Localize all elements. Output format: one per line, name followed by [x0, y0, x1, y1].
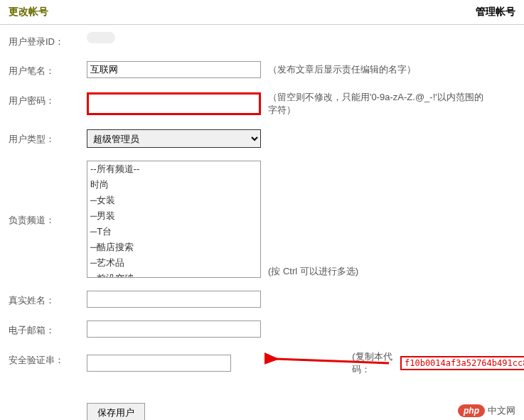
- password-row: 用户密码： （留空则不修改，只能用'0-9a-zA-Z.@_-!'以内范围的字符…: [9, 91, 515, 117]
- watermark: php 中文网: [458, 404, 515, 417]
- php-badge-icon: php: [458, 404, 485, 417]
- page-title: 更改帐号: [9, 6, 48, 18]
- security-code: f10b0014af3a52764b491cc8: [400, 356, 524, 370]
- account-form: 用户登录ID： 用户笔名： （发布文章后显示责任编辑的名字） 用户密码： （留空…: [0, 25, 524, 420]
- password-label: 用户密码：: [9, 91, 87, 107]
- page-header: 更改帐号 管理帐号: [0, 0, 524, 25]
- nickname-input[interactable]: [87, 61, 261, 78]
- nickname-hint: （发布文章后显示责任编辑的名字）: [268, 63, 416, 76]
- channels-multi-select[interactable]: --所有频道-- 时尚 ─女装 ─男装 ─T台 ─酷店搜索 ─艺术品 ─前沿突破…: [87, 161, 261, 278]
- watermark-text: 中文网: [488, 404, 515, 417]
- real-name-label: 真实姓名：: [9, 291, 87, 307]
- arrow-icon: [264, 350, 392, 372]
- real-name-input[interactable]: [87, 291, 261, 308]
- channel-option[interactable]: ─前沿突破: [87, 271, 260, 278]
- nickname-row: 用户笔名： （发布文章后显示责任编辑的名字）: [9, 61, 515, 78]
- channel-option[interactable]: 时尚: [87, 177, 260, 193]
- nickname-label: 用户笔名：: [9, 61, 87, 77]
- password-input[interactable]: [87, 92, 261, 115]
- real-name-row: 真实姓名：: [9, 291, 515, 308]
- login-id-row: 用户登录ID：: [9, 32, 515, 48]
- login-id-value: [87, 32, 115, 43]
- email-row: 电子邮箱：: [9, 321, 515, 338]
- user-type-select[interactable]: 超级管理员: [87, 129, 261, 148]
- channels-row: 负责频道： --所有频道-- 时尚 ─女装 ─男装 ─T台 ─酷店搜索 ─艺术品…: [9, 161, 515, 278]
- channel-option[interactable]: --所有频道--: [87, 161, 260, 177]
- channel-option[interactable]: ─T台: [87, 224, 260, 239]
- login-id-label: 用户登录ID：: [9, 32, 87, 48]
- channel-option[interactable]: ─酷店搜索: [87, 239, 260, 255]
- channel-option[interactable]: ─女装: [87, 193, 260, 208]
- svg-line-1: [275, 359, 389, 363]
- email-label: 电子邮箱：: [9, 321, 87, 337]
- user-type-label: 用户类型：: [9, 129, 87, 146]
- channel-option[interactable]: ─艺术品: [87, 255, 260, 271]
- channel-option[interactable]: ─男装: [87, 208, 260, 224]
- manage-account-link[interactable]: 管理帐号: [476, 6, 515, 18]
- channels-hint: (按 Ctrl 可以进行多选): [268, 265, 358, 278]
- save-button[interactable]: 保存用户: [87, 403, 145, 420]
- email-input[interactable]: [87, 321, 261, 338]
- channels-label: 负责频道：: [9, 161, 87, 227]
- security-row: 安全验证串： (复制本代码： f10b0014af3a52764b491cc8 …: [9, 350, 515, 376]
- password-hint: （留空则不修改，只能用'0-9a-zA-Z.@_-!'以内范围的字符）: [268, 91, 488, 117]
- user-type-row: 用户类型： 超级管理员: [9, 129, 515, 148]
- security-input[interactable]: [87, 355, 231, 372]
- security-label: 安全验证串：: [9, 350, 87, 367]
